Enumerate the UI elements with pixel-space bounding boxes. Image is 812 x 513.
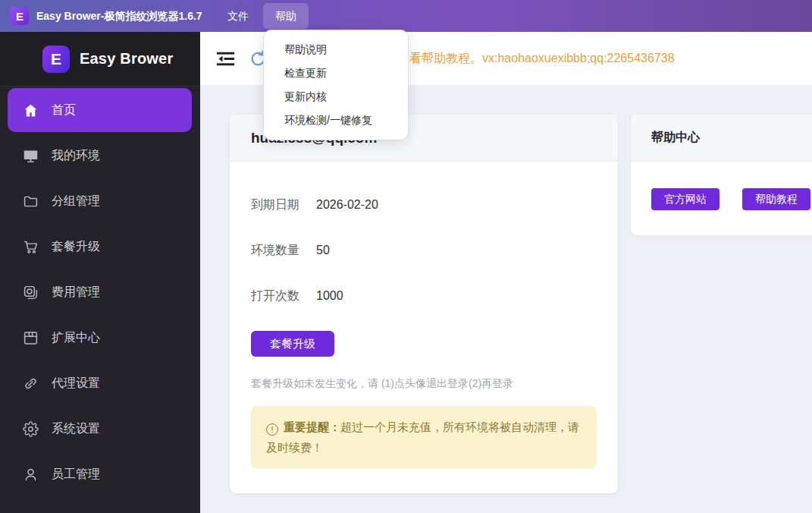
sidebar-item-label: 套餐升级 (52, 239, 100, 255)
help-card-body: 官方网站 帮助教程 (631, 162, 812, 210)
user-icon (23, 467, 39, 483)
help-dropdown-menu: 帮助说明 检查更新 更新内核 环境检测/一键修复 (264, 30, 408, 140)
upgrade-plan-button[interactable]: 套餐升级 (251, 331, 334, 357)
sidebar-nav: 首页 我的环境 分组管理 套餐升级 (0, 87, 200, 497)
gear-icon (23, 421, 39, 437)
menu-item-help-docs[interactable]: 帮助说明 (264, 38, 408, 61)
menu-item-check-update[interactable]: 检查更新 (264, 61, 408, 85)
sidebar-item-label: 我的环境 (52, 148, 100, 164)
menu-item-update-kernel[interactable]: 更新内核 (264, 85, 408, 109)
upgrade-hint: 套餐升级如未发生变化，请 (1)点头像退出登录(2)再登录 (251, 377, 597, 391)
package-icon (23, 330, 39, 346)
expiry-date-row: 到期日期 2026-02-20 (251, 197, 597, 213)
link-icon (23, 376, 39, 392)
page-content: huazi888@qq.com 到期日期 2026-02-20 环境数量 50 … (200, 85, 812, 513)
sidebar-brand: E Easy Brower (0, 32, 200, 87)
env-count-value: 50 (316, 244, 330, 257)
sidebar-fold-icon[interactable] (215, 49, 236, 69)
sidebar-item-label: 员工管理 (52, 467, 100, 483)
sidebar-item-groups[interactable]: 分组管理 (0, 178, 200, 224)
brand-name: Easy Brower (80, 50, 173, 68)
account-card-body: 到期日期 2026-02-20 环境数量 50 打开次数 1000 套餐升级 套… (230, 197, 618, 469)
warning-circle-icon: ! (266, 423, 278, 436)
open-count-value: 1000 (316, 289, 343, 303)
help-card-header: 帮助中心 (631, 115, 812, 162)
app-logo-icon: E (11, 7, 29, 25)
brand-logo-icon: E (42, 46, 70, 73)
env-count-label: 环境数量 (251, 243, 299, 259)
sidebar-item-billing[interactable]: 费用管理 (0, 269, 200, 315)
menu-file[interactable]: 文件 (218, 3, 258, 29)
sidebar-item-home[interactable]: 首页 (8, 88, 192, 132)
sidebar-item-environments[interactable]: 我的环境 (0, 133, 200, 178)
folder-icon (23, 194, 39, 209)
sidebar-item-label: 系统设置 (52, 421, 100, 437)
billing-icon (23, 285, 39, 301)
sidebar-item-proxy-settings[interactable]: 代理设置 (0, 360, 200, 406)
open-count-row: 打开次数 1000 (251, 288, 597, 304)
sidebar-item-staff[interactable]: 员工管理 (0, 452, 200, 497)
sidebar-item-label: 分组管理 (52, 194, 100, 209)
help-card-title: 帮助中心 (651, 130, 700, 146)
sidebar-item-label: 首页 (52, 102, 76, 118)
sidebar-item-system-settings[interactable]: 系统设置 (0, 406, 200, 452)
account-card: huazi888@qq.com 到期日期 2026-02-20 环境数量 50 … (230, 115, 618, 493)
menu-help[interactable]: 帮助 (263, 3, 309, 29)
open-count-label: 打开次数 (251, 288, 299, 304)
menu-item-env-check-repair[interactable]: 环境检测/一键修复 (264, 109, 408, 132)
official-site-button[interactable]: 官方网站 (651, 188, 720, 210)
window-title: Easy Brower-极简指纹浏览器1.6.7 (36, 0, 202, 32)
sidebar-item-plan-upgrade[interactable]: 套餐升级 (0, 224, 200, 269)
app-window: E Easy Brower-极简指纹浏览器1.6.7 文件 帮助 E Easy … (0, 0, 812, 513)
sidebar-item-extensions[interactable]: 扩展中心 (0, 315, 200, 360)
expiry-date-value: 2026-02-20 (316, 198, 378, 212)
env-count-row: 环境数量 50 (251, 242, 597, 259)
sidebar-item-label: 代理设置 (52, 376, 100, 392)
topbar-notice: 看帮助教程。vx:haohaoxuexibbb;qq:2265436738 (409, 32, 675, 85)
alert-title: 重要提醒： (284, 420, 340, 433)
titlebar: E Easy Brower-极简指纹浏览器1.6.7 文件 帮助 (0, 0, 812, 32)
home-icon (23, 102, 39, 118)
expiry-date-label: 到期日期 (251, 197, 299, 213)
sidebar-item-label: 费用管理 (52, 285, 100, 301)
help-tutorial-button[interactable]: 帮助教程 (742, 188, 810, 210)
sidebar: E Easy Brower 首页 我的环境 分组管理 (0, 32, 200, 513)
monitor-icon (23, 148, 39, 164)
sidebar-item-label: 扩展中心 (52, 330, 100, 346)
help-center-card: 帮助中心 官方网站 帮助教程 (631, 115, 812, 235)
cart-icon (23, 239, 39, 255)
important-alert: !重要提醒：超过一个月未充值，所有环境将被自动清理，请及时续费！ (251, 406, 597, 469)
